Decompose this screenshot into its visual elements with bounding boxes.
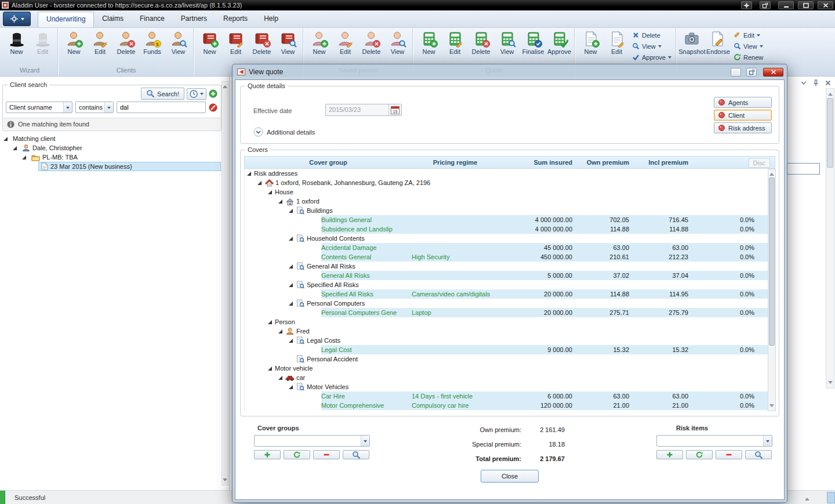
risk-address-button[interactable]: Risk address bbox=[714, 122, 772, 133]
ribbon-small-approve[interactable]: Approve bbox=[630, 53, 674, 61]
find-cover-group-button[interactable] bbox=[343, 450, 369, 459]
ribbon-button-edit[interactable]: Edit bbox=[223, 28, 249, 55]
column-cover-group[interactable]: Cover group bbox=[245, 159, 412, 166]
cover-group-node[interactable]: Household Contents bbox=[245, 234, 769, 243]
ribbon-button-new[interactable]: New bbox=[578, 28, 604, 55]
column-pricing-regime[interactable]: Pricing regime bbox=[412, 159, 499, 166]
cover-group-node[interactable]: car bbox=[245, 373, 769, 382]
column-own-premium[interactable]: Own premium bbox=[577, 159, 634, 166]
ribbon-button-new[interactable]: New bbox=[3, 28, 30, 55]
find-risk-item-button[interactable] bbox=[745, 450, 772, 459]
ribbon-button-new[interactable]: New bbox=[416, 28, 442, 55]
tab-reports[interactable]: Reports bbox=[215, 12, 256, 27]
cover-group-node[interactable]: Specified All Risks bbox=[245, 280, 769, 289]
scroll-down-icon[interactable] bbox=[769, 404, 774, 409]
add-risk-item-button[interactable] bbox=[656, 450, 683, 459]
expand-arrow-icon[interactable] bbox=[289, 237, 293, 241]
risk-items-select[interactable] bbox=[656, 435, 772, 447]
dialog-titlebar[interactable]: View quote bbox=[235, 64, 785, 79]
expand-arrow-icon[interactable] bbox=[289, 283, 293, 287]
client-tree-item[interactable]: 23 Mar 2015 (New business) bbox=[0, 162, 221, 171]
ribbon-button-delete[interactable]: Delete bbox=[113, 28, 139, 55]
tab-help[interactable]: Help bbox=[256, 12, 286, 27]
ribbon-small-view[interactable]: View bbox=[731, 42, 765, 50]
expand-arrow-icon[interactable] bbox=[268, 367, 272, 371]
maximize-button[interactable] bbox=[798, 1, 814, 9]
cover-group-node[interactable]: Legal Costs bbox=[245, 336, 769, 345]
ribbon-small-view[interactable]: View bbox=[630, 42, 674, 50]
ribbon-button-view[interactable]: View bbox=[165, 28, 191, 55]
cover-group-node[interactable]: General All Risks bbox=[245, 262, 769, 271]
ribbon-button-approve[interactable]: Approve bbox=[546, 28, 572, 55]
ribbon-button-endorse[interactable]: Endorse bbox=[705, 28, 731, 55]
expand-arrow-icon[interactable] bbox=[289, 264, 293, 269]
expand-arrow-icon[interactable] bbox=[3, 137, 8, 141]
cover-row[interactable]: General All Risks5 000.0037.0237.040.0% bbox=[245, 271, 769, 280]
expand-arrow-icon[interactable] bbox=[268, 320, 272, 324]
calendar-button[interactable]: 15 bbox=[389, 104, 401, 115]
ribbon-button-delete[interactable]: Delete bbox=[249, 28, 275, 55]
add-cover-group-button[interactable] bbox=[254, 450, 281, 459]
background-textbox[interactable] bbox=[786, 163, 820, 175]
ribbon-button-new[interactable]: New bbox=[61, 28, 87, 55]
ribbon-small-delete[interactable]: Delete bbox=[630, 31, 674, 39]
scroll-down-icon[interactable] bbox=[223, 478, 227, 484]
ribbon-button-new[interactable]: New bbox=[197, 28, 223, 55]
ribbon-button-delete[interactable]: Delete bbox=[468, 28, 494, 55]
cover-group-node[interactable]: House bbox=[245, 187, 769, 197]
cover-group-node[interactable]: Person bbox=[245, 317, 769, 327]
column-incl-premium[interactable]: Incl premium bbox=[634, 159, 693, 166]
ribbon-button-edit[interactable]: Edit bbox=[30, 28, 56, 55]
panel-close-icon[interactable] bbox=[825, 79, 832, 86]
scroll-up-icon[interactable] bbox=[828, 90, 833, 96]
ribbon-button-view[interactable]: View bbox=[384, 28, 411, 55]
ribbon-button-edit[interactable]: Edit bbox=[442, 28, 468, 55]
cover-group-node[interactable]: Personal Computers bbox=[245, 299, 769, 308]
ribbon-button-finalise[interactable]: Finalise bbox=[520, 28, 546, 55]
tab-claims[interactable]: Claims bbox=[94, 12, 132, 27]
ribbon-button-edit[interactable]: Edit bbox=[332, 28, 358, 55]
expand-arrow-icon[interactable] bbox=[278, 376, 282, 380]
ribbon-button-new[interactable]: New bbox=[306, 28, 332, 55]
client-tree-item[interactable]: PL-MB: TBA bbox=[0, 153, 221, 162]
pin-icon[interactable] bbox=[812, 79, 820, 87]
scroll-up-icon[interactable] bbox=[769, 171, 774, 176]
clear-search-button[interactable] bbox=[209, 103, 217, 112]
close-button[interactable]: Close bbox=[481, 470, 539, 483]
ribbon-small-edit[interactable]: Edit bbox=[731, 31, 765, 39]
search-operator-select[interactable]: contains bbox=[75, 101, 114, 113]
client-tree-item[interactable]: Matching client bbox=[0, 134, 221, 143]
cover-group-node[interactable]: Motor vehicle bbox=[245, 364, 769, 373]
scroll-up-icon[interactable] bbox=[223, 83, 227, 88]
cover-row[interactable]: Accidental Damage45 000.0063.0063.000.0% bbox=[245, 243, 769, 252]
cover-group-node[interactable]: Fred bbox=[245, 327, 769, 336]
cover-groups-select[interactable] bbox=[254, 435, 370, 447]
dialog-popout-button[interactable] bbox=[746, 68, 757, 77]
expand-arrow-icon[interactable] bbox=[278, 329, 282, 333]
ribbon-button-delete[interactable]: Delete bbox=[358, 28, 384, 55]
cover-group-node[interactable]: Personal Accident bbox=[245, 354, 769, 364]
expand-arrow-icon[interactable] bbox=[289, 209, 293, 213]
expand-arrow-icon[interactable] bbox=[289, 339, 293, 343]
ribbon-button-view[interactable]: View bbox=[494, 28, 520, 55]
ribbon-small-renew[interactable]: Renew bbox=[731, 53, 765, 61]
cover-group-node[interactable]: 1 oxford, Rosebank, Johannesburg, Gauten… bbox=[245, 178, 769, 187]
dialog-close-button[interactable] bbox=[763, 68, 783, 77]
expand-arrow-icon[interactable] bbox=[278, 200, 282, 204]
column-sum-insured[interactable]: Sum insured bbox=[499, 159, 577, 166]
search-button[interactable]: Search! bbox=[141, 88, 184, 100]
cover-row[interactable]: Legal Cost9 000.0015.3215.320.0% bbox=[245, 345, 769, 354]
cover-row[interactable]: Subsidence and Landslip4 000 000.00114.8… bbox=[245, 224, 769, 234]
panel-chevron-down-icon[interactable] bbox=[800, 79, 807, 86]
refresh-risk-item-button[interactable] bbox=[686, 450, 713, 459]
additional-details-expander[interactable]: Additional details bbox=[253, 127, 315, 137]
application-menu-button[interactable] bbox=[3, 12, 31, 26]
expand-arrow-icon[interactable] bbox=[257, 181, 262, 185]
cover-group-node[interactable]: 1 oxford bbox=[245, 197, 769, 206]
expand-arrow-icon[interactable] bbox=[268, 190, 272, 194]
cover-group-node[interactable]: Buildings bbox=[245, 206, 769, 215]
expand-arrow-icon[interactable] bbox=[289, 385, 293, 389]
close-window-button[interactable] bbox=[818, 1, 833, 9]
background-scrollbar[interactable] bbox=[826, 88, 834, 389]
cover-row[interactable]: Specified All RisksCameras/video cam/dig… bbox=[245, 289, 769, 299]
